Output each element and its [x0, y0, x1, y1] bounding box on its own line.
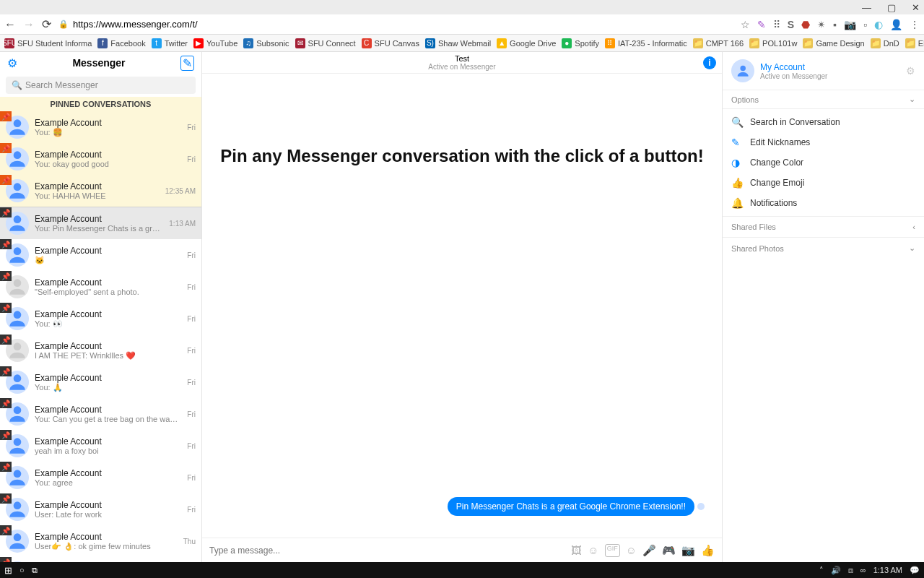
bookmark-dnd[interactable]: 📁DnD — [871, 38, 899, 48]
sticker-icon[interactable]: ☺ — [588, 544, 598, 557]
pin-icon[interactable]: 📌 — [0, 111, 12, 121]
bookmark-facebook[interactable]: fFacebook — [97, 38, 145, 48]
bookmark-sfu-canvas[interactable]: CSFU Canvas — [362, 38, 419, 48]
bookmark-google-drive[interactable]: ▲Google Drive — [497, 38, 556, 48]
conversation-item[interactable]: 📌 Example Account User: Late for work Fr… — [0, 493, 201, 525]
like-icon[interactable]: 👍 — [701, 544, 715, 557]
settings-gear-icon[interactable]: ⚙ — [7, 56, 17, 70]
tray-chevron-icon[interactable]: ˄ — [819, 566, 824, 575]
pin-icon[interactable]: 📌 — [0, 462, 12, 472]
pin-icon[interactable]: 📌 — [0, 303, 12, 313]
photo-icon[interactable]: 🖼 — [571, 544, 582, 557]
ext-icon-3[interactable]: S — [788, 19, 794, 30]
conversation-item[interactable]: 📌 Example Account User👉 👌: ok gime few m… — [0, 525, 201, 557]
bookmark-spotify[interactable]: ●Spotify — [562, 38, 599, 48]
conversation-item[interactable]: 📌 Example Account "Self-employed" sent a… — [0, 271, 201, 303]
gif-icon[interactable]: GIF — [605, 544, 620, 557]
pin-icon[interactable]: 📌 — [0, 207, 12, 217]
games-icon[interactable]: 🎮 — [662, 544, 676, 557]
conversation-item[interactable]: 📌 Example Account You: Pin Messenger Cha… — [0, 207, 201, 239]
conversation-item[interactable]: 📌 Example Account You: okay good good Fr… — [0, 143, 201, 175]
pin-icon[interactable]: 📌 — [0, 557, 12, 562]
pin-icon[interactable]: 📌 — [0, 239, 12, 249]
profile-icon[interactable]: 👤 — [890, 19, 902, 30]
pin-icon[interactable]: 📌 — [0, 143, 12, 153]
voice-icon[interactable]: 🎤 — [642, 544, 656, 557]
pin-icon[interactable]: 📌 — [0, 493, 12, 504]
bookmark-twitter[interactable]: tTwitter — [152, 38, 188, 48]
shared-photos-row[interactable]: Shared Photos ⌄ — [723, 237, 924, 259]
bookmark-cmpt-166[interactable]: 📁CMPT 166 — [693, 38, 744, 48]
bookmark-educ[interactable]: 📁EDUC — [905, 38, 924, 48]
forward-button[interactable]: → — [23, 18, 35, 31]
clock[interactable]: 1:13 AM — [873, 566, 902, 574]
conversation-preview: You: Can you get a tree bag on the way h… — [35, 415, 181, 423]
conversation-item[interactable]: 📌 Example Account You: HAHHA WHEE 12:35 … — [0, 175, 201, 207]
pin-icon[interactable]: 📌 — [0, 175, 12, 185]
chat-info-button[interactable]: i — [703, 56, 716, 69]
bookmark-sfu-connect[interactable]: ✉SFU Connect — [295, 38, 356, 48]
menu-icon[interactable]: ⋮ — [910, 19, 920, 30]
pin-icon[interactable]: 📌 — [0, 398, 12, 408]
bookmark-sfu-student-informa[interactable]: SFUSFU Student Informa — [4, 38, 92, 48]
bookmark-pol101w[interactable]: 📁POL101w — [749, 38, 797, 48]
ext-icon-7[interactable]: 📷 — [844, 19, 856, 30]
conversation-item[interactable]: 📌 Example Account You: Can you get a tre… — [0, 398, 201, 430]
reload-button[interactable]: ⟳ — [42, 17, 51, 31]
my-account-name[interactable]: My Account — [760, 62, 827, 72]
ext-icon-8[interactable]: ▫ — [863, 19, 867, 30]
bookmark-shaw-webmail[interactable]: S)Shaw Webmail — [425, 38, 491, 48]
notifications-icon[interactable]: 💬 — [910, 566, 920, 575]
conversation-item[interactable]: 📌 Example Account I AM THE PET: Wrinklll… — [0, 335, 201, 366]
pin-icon[interactable]: 📌 — [0, 366, 12, 376]
search-messenger-input[interactable]: 🔍 Search Messenger — [6, 77, 196, 94]
minimize-button[interactable]: — — [862, 2, 871, 13]
compose-button[interactable]: ✎ — [180, 56, 194, 71]
bookmark-youtube[interactable]: ▶YouTube — [193, 38, 237, 48]
ext-icon-1[interactable]: ✎ — [757, 19, 766, 30]
bookmark-game-design[interactable]: 📁Game Design — [803, 38, 864, 48]
bookmark-subsonic[interactable]: ♫Subsonic — [243, 38, 289, 48]
url-input[interactable] — [73, 19, 289, 30]
conversation-item[interactable]: 📌 Example Account 🐱 Fri — [0, 239, 201, 271]
back-button[interactable]: ← — [4, 18, 16, 31]
shared-files-row[interactable]: Shared Files ‹ — [723, 216, 924, 237]
close-window-button[interactable]: ✕ — [912, 2, 920, 13]
option-search-in-conversation[interactable]: 🔍Search in Conversation — [723, 112, 924, 132]
ext-icon-2[interactable]: ⠿ — [773, 19, 780, 30]
pin-icon[interactable]: 📌 — [0, 335, 12, 345]
start-button[interactable]: ⊞ — [4, 565, 12, 576]
cortana-icon[interactable]: ○ — [19, 566, 25, 574]
option-notifications[interactable]: 🔔Notifications — [723, 193, 924, 213]
maximize-button[interactable]: ▢ — [887, 2, 896, 13]
option-edit-nicknames[interactable]: ✎Edit Nicknames — [723, 132, 924, 152]
address-bar[interactable]: 🔒 — [58, 19, 733, 30]
conversation-item[interactable]: 📌 Example Account You: agree Fri — [0, 462, 201, 493]
details-gear-icon[interactable]: ⚙ — [906, 65, 915, 77]
onedrive-icon[interactable]: ∞ — [860, 566, 866, 574]
dropbox-icon[interactable]: ⧈ — [848, 566, 853, 575]
pin-icon[interactable]: 📌 — [0, 271, 12, 281]
option-change-color[interactable]: ◑Change Color — [723, 152, 924, 173]
task-view-icon[interactable]: ⧉ — [32, 566, 38, 575]
ext-icon-6[interactable]: ▪ — [833, 19, 837, 30]
ext-icon-5[interactable]: ✴ — [817, 19, 826, 30]
pin-icon[interactable]: 📌 — [0, 525, 12, 535]
option-change-emoji[interactable]: 👍Change Emoji — [723, 173, 924, 193]
star-icon[interactable]: ☆ — [741, 19, 750, 30]
message-input[interactable] — [209, 545, 564, 556]
pin-icon[interactable]: 📌 — [0, 430, 12, 440]
camera-icon[interactable]: 📷 — [681, 544, 695, 557]
conversation-item[interactable]: 📌 Example Account You: 🙏 Fri — [0, 366, 201, 398]
conversation-item[interactable]: 📌 Example Account yeah im a foxy boi Fri — [0, 430, 201, 462]
conversation-item[interactable]: 📌 Example Account You: 🍔 Fri — [0, 111, 201, 143]
conversation-item[interactable]: 📌 Example Account You: 👀 Fri — [0, 303, 201, 335]
volume-icon[interactable]: 🔊 — [831, 566, 841, 575]
conversation-item[interactable]: 📌 Example Account Thu — [0, 557, 201, 562]
ext-icon-9[interactable]: ◐ — [874, 19, 883, 30]
bookmark-iat-235-informatic[interactable]: ⠿IAT-235 - Informatic — [605, 38, 687, 48]
conversation-list: 📌 Example Account You: 🍔 Fri📌 Example Ac… — [0, 111, 201, 562]
options-header[interactable]: Options ⌄ — [723, 90, 924, 109]
emoji-icon[interactable]: ☺ — [626, 544, 637, 557]
ext-icon-4[interactable]: ⬣ — [801, 19, 810, 30]
